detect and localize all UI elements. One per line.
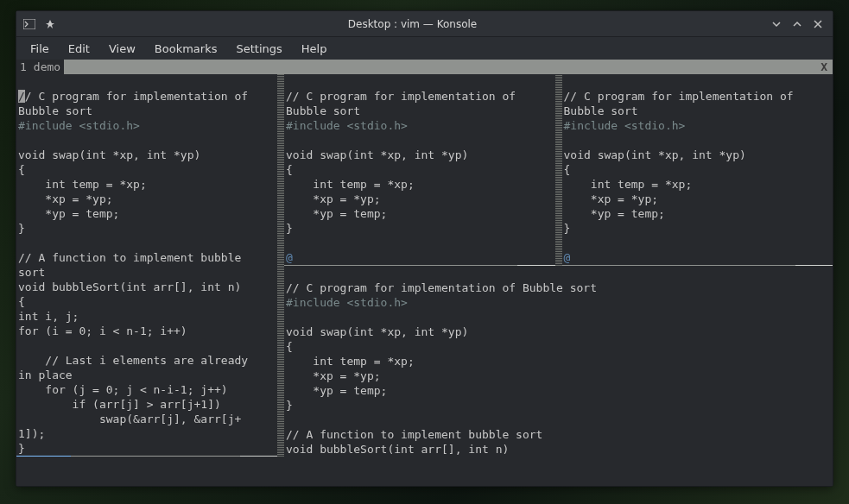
code-line: *yp = temp; xyxy=(564,207,665,220)
code-line: } xyxy=(18,442,25,455)
code-line: // A function to implement bubble xyxy=(18,251,241,264)
svg-rect-0 xyxy=(23,19,35,29)
code-line: int temp = *xp; xyxy=(286,178,415,191)
code-line: in place xyxy=(18,369,73,381)
code-line: int temp = *xp; xyxy=(564,178,693,191)
code-line: // A function to implement bubble sort xyxy=(286,428,542,441)
code-line: void bubbleSort(int arr[], int n) xyxy=(18,280,241,293)
code-line: for (i = 0; i < n-1; i++) xyxy=(18,324,187,337)
code-line: void swap(int *xp, int *yp) xyxy=(286,325,468,338)
maximize-button[interactable] xyxy=(788,15,807,34)
menu-help[interactable]: Help xyxy=(293,40,336,58)
statusbar-active: NORMAL demo 2% 1:1 xyxy=(16,456,277,457)
code-line: #include <stdio.h> xyxy=(564,119,686,132)
vim-pane-top-middle[interactable]: // C program for implementation of Bubbl… xyxy=(284,74,555,266)
vim-pane-left[interactable]: // C program for implementation of Bubbl… xyxy=(16,74,277,457)
status-pos: 1:1 xyxy=(240,456,277,457)
titlebar[interactable]: Desktop : vim — Konsole xyxy=(16,11,833,37)
overflow-marker: @ xyxy=(286,251,293,264)
code-line: *yp = temp; xyxy=(286,207,387,220)
code-line: { xyxy=(286,340,293,353)
code-line: *xp = *yp; xyxy=(286,369,381,382)
code-line: // C program for implementation of xyxy=(286,90,516,103)
menu-file[interactable]: File xyxy=(22,40,58,58)
code-line: Bubble sort xyxy=(564,104,638,117)
code-line: // C program for implementation of Bubbl… xyxy=(286,281,597,294)
vim-pane-top-right[interactable]: // C program for implementation of Bubbl… xyxy=(562,74,833,266)
code-line: 1]); xyxy=(18,427,45,440)
terminal-area[interactable]: 1 demo X // C program for implementation… xyxy=(16,60,833,486)
vim-mode: NORMAL xyxy=(16,456,71,457)
code-line: void swap(int *xp, int *yp) xyxy=(564,148,746,161)
status-file: demo xyxy=(79,456,117,457)
code-line: } xyxy=(18,222,25,235)
code-line: #include <stdio.h> xyxy=(286,296,408,309)
code-line: int temp = *xp; xyxy=(18,178,147,191)
menu-view[interactable]: View xyxy=(100,40,144,58)
code-line: { xyxy=(564,163,571,176)
window-title: Desktop : vim — Konsole xyxy=(58,18,767,30)
tab-number[interactable]: 1 xyxy=(16,60,30,74)
terminal-icon xyxy=(22,16,37,32)
code-line: *xp = *yp; xyxy=(564,192,659,205)
code-line: *xp = *yp; xyxy=(286,192,381,205)
close-button[interactable] xyxy=(808,15,827,34)
menu-edit[interactable]: Edit xyxy=(60,40,98,58)
code-line: void swap(int *xp, int *yp) xyxy=(286,148,468,161)
pin-icon[interactable] xyxy=(42,16,58,32)
code-line: *yp = temp; xyxy=(286,384,387,397)
code-line: #include <stdio.h> xyxy=(286,119,408,132)
vertical-separator[interactable] xyxy=(555,74,562,266)
terminal-bottom xyxy=(16,457,833,486)
status-pct: 2% xyxy=(204,456,231,457)
code-line: { xyxy=(286,163,293,176)
overflow-marker: @ xyxy=(564,251,571,264)
code-line: Bubble sort xyxy=(18,104,92,117)
minimize-button[interactable] xyxy=(767,15,786,34)
code-line: { xyxy=(18,163,25,176)
konsole-window: Desktop : vim — Konsole File Edit View B… xyxy=(16,10,833,487)
cursor: / xyxy=(18,90,25,103)
code-line: int temp = *xp; xyxy=(286,355,415,368)
code-line: sort xyxy=(18,266,45,279)
code-line: // Last i elements are already xyxy=(18,354,248,367)
code-line: swap(&arr[j], &arr[j+ xyxy=(18,413,241,425)
vim-panes: // C program for implementation of Bubbl… xyxy=(16,74,833,457)
tab-name[interactable]: demo xyxy=(30,60,64,74)
code-line: } xyxy=(286,222,293,235)
vim-tabbar: 1 demo X xyxy=(16,60,833,74)
code-line: int i, j; xyxy=(18,310,79,323)
code-line: } xyxy=(286,399,293,412)
code-line: #include <stdio.h> xyxy=(18,119,140,132)
vertical-separator[interactable] xyxy=(277,74,284,457)
code-line: void bubbleSort(int arr[], int n) xyxy=(286,443,509,456)
code-line: void swap(int *xp, int *yp) xyxy=(18,148,200,161)
vim-pane-bottom-right[interactable]: // C program for implementation of Bubbl… xyxy=(284,266,833,457)
code-line: Bubble sort xyxy=(286,104,360,117)
code-line: *yp = temp; xyxy=(18,207,119,220)
menubar: File Edit View Bookmarks Settings Help xyxy=(16,37,833,60)
menu-settings[interactable]: Settings xyxy=(227,40,290,58)
menu-bookmarks[interactable]: Bookmarks xyxy=(146,40,226,58)
code-line: // C program for implementation of xyxy=(564,90,794,103)
code-line: for (j = 0; j < n-i-1; j++) xyxy=(18,383,228,396)
code-line: } xyxy=(564,222,571,235)
code-line: *xp = *yp; xyxy=(18,192,113,205)
code-line: { xyxy=(18,295,25,308)
code-line: if (arr[j] > arr[j+1]) xyxy=(18,398,221,411)
tab-close[interactable]: X xyxy=(815,60,833,74)
